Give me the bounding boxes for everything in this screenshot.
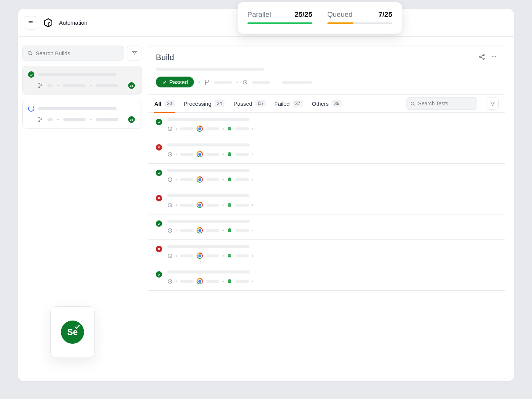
status-failed-icon: [156, 246, 162, 252]
search-builds-container: [22, 46, 124, 61]
status-passed-icon: [156, 271, 162, 278]
filter-icon: [132, 50, 137, 56]
separator: [222, 230, 224, 231]
tabs-row: All20Processing24Passed05Failed37Others3…: [148, 94, 505, 113]
meta-placeholder: [47, 118, 53, 121]
separator: [176, 230, 177, 231]
meta-placeholder: [206, 204, 219, 207]
separator: [252, 281, 253, 282]
separator: [252, 154, 253, 155]
svg-point-58: [230, 279, 231, 280]
tab-label: Failed: [275, 100, 290, 107]
separator: [176, 154, 177, 155]
test-row[interactable]: [148, 113, 505, 138]
tab-processing[interactable]: Processing24: [184, 95, 225, 112]
meta-placeholder: [47, 84, 53, 87]
meta-placeholder: [282, 81, 312, 84]
svg-point-54: [230, 254, 231, 254]
meta-placeholder: [235, 229, 249, 232]
build-card[interactable]: Se: [22, 66, 142, 95]
test-row[interactable]: [148, 214, 505, 240]
svg-line-4: [31, 54, 32, 55]
chrome-icon: [197, 227, 203, 233]
separator: [176, 179, 177, 180]
separator: [57, 85, 59, 86]
more-icon: [491, 53, 497, 60]
search-row: [22, 46, 142, 61]
check-icon: [162, 80, 167, 85]
svg-point-18: [495, 56, 496, 58]
svg-point-10: [41, 118, 42, 119]
tab-failed[interactable]: Failed37: [275, 95, 303, 112]
queued-value: 7/25: [378, 10, 392, 19]
separator: [176, 204, 177, 206]
separator: [222, 154, 224, 155]
separator: [252, 128, 253, 130]
tab-others[interactable]: Others36: [312, 95, 342, 112]
svg-point-7: [41, 84, 42, 85]
separator: [222, 255, 224, 257]
svg-point-47: [229, 229, 229, 229]
svg-point-48: [230, 229, 231, 229]
test-name-placeholder: [167, 143, 250, 146]
svg-rect-46: [228, 230, 231, 232]
test-row[interactable]: [148, 265, 505, 291]
build-name-placeholder: [38, 73, 117, 76]
meta-placeholder: [235, 178, 249, 181]
test-row[interactable]: [148, 138, 505, 164]
separator: [90, 119, 92, 120]
android-icon: [227, 202, 232, 208]
svg-point-37: [229, 178, 229, 178]
test-name-placeholder: [167, 118, 250, 121]
test-name-placeholder: [167, 245, 250, 248]
svg-point-17: [494, 56, 495, 58]
svg-point-33: [229, 152, 229, 153]
search-tests-input[interactable]: [418, 100, 473, 106]
filter-tests-button[interactable]: [486, 97, 499, 110]
separator: [252, 255, 253, 257]
svg-rect-26: [228, 128, 231, 130]
svg-point-20: [205, 83, 206, 84]
menu-button[interactable]: [24, 16, 37, 30]
build-card[interactable]: Se: [22, 100, 142, 129]
svg-rect-42: [228, 204, 231, 207]
separator: [198, 81, 200, 83]
more-button[interactable]: [491, 53, 497, 62]
meta-placeholder: [180, 178, 194, 181]
parallel-label: Parallel: [247, 10, 271, 19]
branch-icon: [38, 83, 43, 88]
meta-placeholder: [180, 254, 194, 257]
test-row[interactable]: [148, 240, 505, 265]
clock-icon: [167, 152, 173, 157]
separator: [176, 281, 177, 282]
tab-all[interactable]: All20: [154, 95, 175, 112]
separator: [222, 204, 224, 206]
svg-point-19: [205, 80, 206, 81]
meta-placeholder: [96, 84, 118, 87]
meta-placeholder: [206, 229, 219, 232]
test-row[interactable]: [148, 189, 505, 214]
tab-passed[interactable]: Passed05: [233, 95, 265, 112]
svg-point-21: [208, 80, 208, 81]
clock-icon: [167, 228, 173, 233]
test-row[interactable]: [148, 164, 505, 189]
separator: [252, 230, 253, 231]
meta-placeholder: [206, 254, 219, 257]
svg-line-15: [481, 57, 483, 59]
separator: [176, 128, 177, 130]
filter-builds-button[interactable]: [127, 46, 142, 61]
queued-label: Queued: [327, 10, 353, 19]
search-builds-input[interactable]: [36, 50, 119, 56]
status-parallel: Parallel 25/25: [247, 10, 312, 24]
selenium-badge-icon: Se: [128, 82, 135, 89]
status-label: Passed: [169, 79, 188, 85]
separator: [222, 281, 224, 282]
build-title: Build: [156, 53, 174, 62]
meta-placeholder: [235, 254, 249, 257]
svg-point-57: [229, 279, 229, 280]
search-icon: [410, 101, 415, 106]
main-header: Build Passed: [148, 46, 505, 94]
meta-placeholder: [63, 118, 86, 121]
page-title: Automation: [59, 19, 87, 26]
share-button[interactable]: [479, 53, 485, 62]
